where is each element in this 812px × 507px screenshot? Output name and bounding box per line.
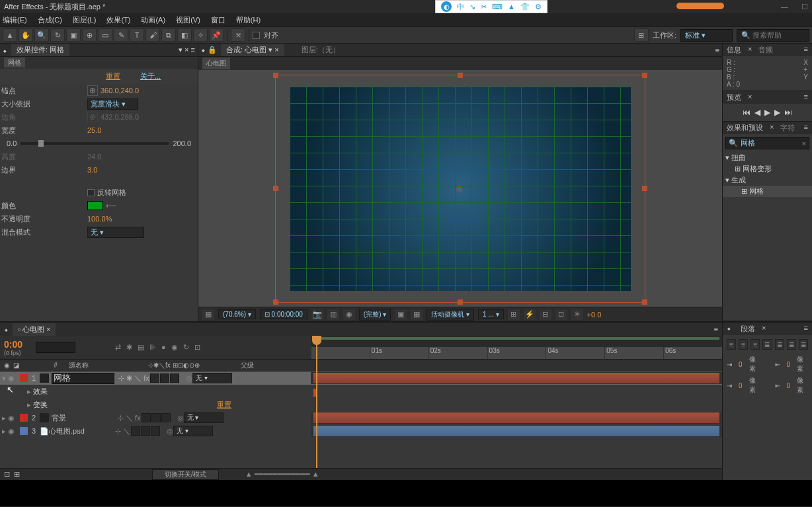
layer-row-3[interactable]: ▸◉ 3 📄 心电图.psd ⊹ ＼ ◎ 无 ▾ [0, 424, 722, 438]
menu-composition[interactable]: 合成(C) [38, 15, 62, 25]
pickwhip-icon[interactable]: ◎ [186, 374, 192, 383]
search-icon[interactable]: ⊞ [634, 28, 649, 42]
justify-last-center-button[interactable]: ≣ [775, 339, 784, 350]
menu-view[interactable]: 视图(V) [176, 15, 200, 25]
puppet-tool[interactable]: 📌 [209, 28, 223, 42]
type-tool[interactable]: T [130, 28, 144, 42]
timeline-search[interactable] [36, 342, 75, 353]
align-right-button[interactable]: ≡ [751, 339, 760, 350]
color-swatch[interactable] [87, 201, 103, 210]
tree-generate[interactable]: ▾ 生成 [723, 175, 812, 186]
menu-animation[interactable]: 动画(A) [141, 15, 165, 25]
next-frame-button[interactable]: ▶ [774, 108, 780, 117]
views-select[interactable]: 1 ... ▾ [478, 309, 503, 319]
anchor-value[interactable]: 360.0,240.0 [101, 87, 139, 95]
roi-icon[interactable]: ▣ [395, 309, 407, 320]
prev-frame-button[interactable]: ◀ [754, 108, 760, 117]
scissors-icon[interactable]: ✂ [481, 3, 487, 11]
help-search-input[interactable]: 🔍 搜索帮助 [737, 29, 809, 42]
tl-tool-1[interactable]: ⇄ [115, 343, 121, 352]
time-ruler[interactable]: 01s 02s 03s 04s 05s 06s [311, 336, 722, 359]
ime-arrow[interactable]: ↘ [469, 3, 475, 11]
flowchart-icon[interactable]: ⊡ [555, 309, 567, 320]
layer-color-3[interactable] [20, 427, 28, 435]
layer-name-2[interactable]: 背景 [52, 413, 118, 423]
menu-window[interactable]: 窗口 [211, 15, 225, 25]
tl-footer-icon1[interactable]: ⊡ [4, 470, 10, 479]
last-frame-button[interactable]: ⏭ [784, 108, 792, 117]
zoom-dropdown[interactable]: (70.6%) ▾ [218, 309, 256, 319]
minimize-button[interactable]: — [781, 3, 788, 11]
eyedropper-icon[interactable]: ⟵ [106, 202, 116, 210]
tl-tool-5[interactable]: ● [161, 343, 166, 352]
rotation-tool[interactable]: ↻ [50, 28, 65, 42]
workspace-select[interactable]: 标准 ▾ [680, 29, 733, 42]
tree-grid[interactable]: ⊞ 网格 [723, 186, 812, 197]
lock-icon[interactable]: ⬥ [3, 46, 7, 54]
justify-all-button[interactable]: ≣ [799, 339, 808, 350]
opacity-value[interactable]: 100.0% [87, 215, 112, 223]
grid-icon[interactable]: ▦ [202, 309, 214, 320]
current-time[interactable]: 0:00 [4, 339, 22, 350]
clone-tool[interactable]: ⧉ [161, 28, 176, 42]
snap-checkbox[interactable] [253, 32, 260, 39]
blend-select[interactable]: 无 ▾ [87, 227, 144, 238]
tl-tool-6[interactable]: ◉ [171, 343, 178, 352]
align-left-button[interactable]: ≡ [727, 339, 736, 350]
play-button[interactable]: ▶ [764, 108, 770, 117]
layer-sub-effects[interactable]: ▸效果 [0, 385, 722, 398]
hand-tool[interactable]: ✋ [19, 28, 33, 42]
camera-select[interactable]: 活动摄像机 ▾ [426, 309, 474, 321]
timecode-display[interactable]: ⊡ 0:00:00:00 [260, 309, 307, 319]
layer-color-2[interactable] [20, 414, 28, 422]
parent-select-1[interactable]: 无 ▾ [192, 373, 232, 383]
pixel-aspect-icon[interactable]: ⊞ [508, 309, 520, 320]
first-frame-button[interactable]: ⏮ [743, 108, 751, 117]
paragraph-tab[interactable]: 段落 [741, 324, 755, 334]
show-snapshot-icon[interactable]: ▥ [327, 309, 339, 320]
tree-mesh-warp[interactable]: ⊞ 网格变形 [723, 163, 812, 175]
invert-checkbox[interactable] [87, 189, 95, 196]
effect-about-link[interactable]: 关于... [140, 71, 161, 81]
gear-icon[interactable]: ⚙ [535, 3, 542, 11]
width-value[interactable]: 25.0 [87, 126, 101, 134]
pan-behind-tool[interactable]: ⊕ [82, 28, 97, 42]
keyboard-icon[interactable]: ⌨ [492, 3, 503, 11]
ime-user-icon[interactable]: ◐ [441, 1, 452, 12]
exposure-value[interactable]: +0.0 [587, 311, 602, 319]
timeline-icon[interactable]: ⊟ [540, 309, 551, 320]
layer-bounds[interactable] [275, 75, 645, 303]
selection-tool[interactable]: ▲ [3, 28, 17, 42]
tl-tool-2[interactable]: ✱ [126, 343, 132, 352]
character-tab[interactable]: 字符 [780, 123, 795, 133]
reset-exposure-icon[interactable]: ☀ [571, 309, 583, 320]
menu-help[interactable]: 帮助(H) [236, 15, 261, 25]
channel-icon[interactable]: ◉ [343, 309, 355, 320]
transform-reset[interactable]: 重置 [217, 400, 231, 410]
effect-reset-link[interactable]: 重置 [106, 71, 120, 81]
justify-last-right-button[interactable]: ≣ [787, 339, 796, 350]
ime-up-icon[interactable]: ▲ [508, 3, 515, 11]
camera-tool[interactable]: ▣ [66, 28, 81, 42]
crosshair-icon[interactable]: ⊕ [87, 85, 98, 96]
ime-lang[interactable]: 中 [457, 2, 464, 12]
tl-tool-3[interactable]: ▤ [138, 343, 144, 352]
roto-tool[interactable]: ✧ [193, 28, 208, 42]
expand-icon[interactable]: ▾ [0, 374, 8, 383]
tl-footer-icon2[interactable]: ⊞ [14, 470, 20, 479]
audio-tab[interactable]: 音频 [758, 45, 773, 55]
size-from-select[interactable]: 宽度滑块 ▾ [87, 98, 138, 110]
comp-subtab[interactable]: 心电图 [202, 58, 230, 69]
lock-icon[interactable]: ⬥ 🔒 [201, 46, 217, 54]
effects-presets-tab[interactable]: 效果和预设 [727, 123, 763, 133]
info-tab[interactable]: 信息 [727, 45, 741, 55]
border-value[interactable]: 3.0 [87, 166, 97, 174]
tl-tool-8[interactable]: ⊡ [194, 343, 200, 352]
tl-tool-4[interactable]: ⊪ [149, 343, 156, 352]
align-center-button[interactable]: ≡ [739, 339, 748, 350]
brush-tool[interactable]: 🖌 [145, 28, 160, 42]
tl-tool-7[interactable]: ↻ [183, 343, 189, 352]
resolution-select[interactable]: (完整) ▾ [359, 309, 391, 321]
ime-toolbar[interactable]: ◐ 中 ↘ ✂ ⌨ ▲ 👕 ⚙ [435, 0, 548, 13]
col-number[interactable]: # [49, 362, 62, 369]
